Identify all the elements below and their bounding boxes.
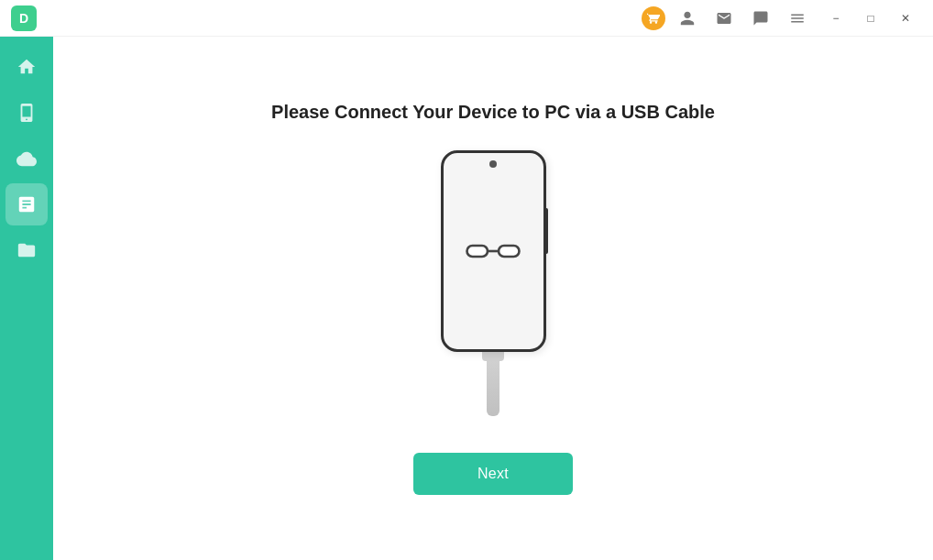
cloud-icon: [16, 148, 37, 169]
mail-button[interactable]: [709, 4, 739, 33]
page-title: Please Connect Your Device to PC via a U…: [271, 102, 715, 123]
chat-button[interactable]: [746, 4, 775, 33]
phone-icon: [16, 103, 37, 123]
menu-button[interactable]: [783, 4, 812, 33]
app-body: Please Connect Your Device to PC via a U…: [0, 37, 933, 560]
folder-icon: [16, 240, 37, 260]
sidebar: [0, 37, 53, 560]
main-content: Please Connect Your Device to PC via a U…: [53, 37, 933, 560]
titlebar-left: D: [11, 5, 37, 31]
user-button[interactable]: [673, 4, 702, 33]
sidebar-item-home[interactable]: [5, 46, 48, 88]
app-logo: D: [11, 5, 37, 31]
minimize-button[interactable]: −: [819, 5, 852, 31]
home-icon: [16, 57, 37, 77]
sidebar-item-files[interactable]: [5, 229, 48, 271]
chain-link-icon: [466, 237, 521, 265]
repair-icon: [16, 194, 37, 214]
svg-rect-0: [467, 246, 488, 257]
cable-wire: [487, 361, 499, 416]
titlebar-right: − □ ✕: [642, 4, 922, 33]
sidebar-item-device[interactable]: [5, 92, 48, 134]
maximize-button[interactable]: □: [854, 5, 887, 31]
next-button[interactable]: Next: [413, 453, 573, 495]
cart-icon[interactable]: [642, 6, 665, 30]
close-button[interactable]: ✕: [889, 5, 922, 31]
usb-cable: [485, 352, 501, 416]
svg-rect-1: [499, 246, 520, 257]
phone-graphic: [441, 150, 546, 352]
sidebar-item-repair[interactable]: [5, 183, 48, 225]
titlebar: D − □ ✕: [0, 0, 933, 37]
phone-illustration: [441, 150, 546, 416]
cable-connector: [482, 352, 504, 361]
sidebar-item-cloud[interactable]: [5, 137, 48, 180]
window-controls: − □ ✕: [819, 5, 922, 31]
link-icon: [466, 237, 521, 265]
phone-side-button: [544, 208, 548, 254]
